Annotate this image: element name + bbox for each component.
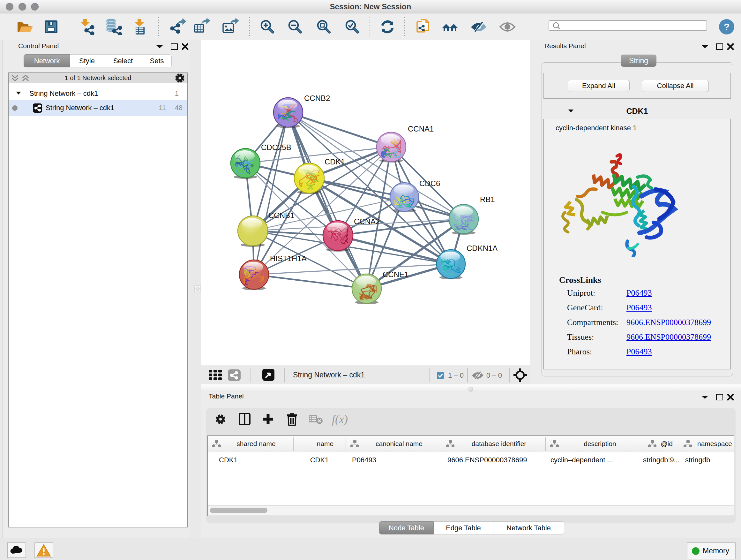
svg-text:CCNA2: CCNA2 xyxy=(354,217,380,226)
svg-text:RB1: RB1 xyxy=(480,195,495,204)
svg-text:CDKN1A: CDKN1A xyxy=(467,244,497,253)
svg-text:CDC25B: CDC25B xyxy=(261,143,291,152)
svg-text:CCNB2: CCNB2 xyxy=(304,94,330,103)
svg-text:CDC6: CDC6 xyxy=(419,179,440,188)
svg-text:CDK1: CDK1 xyxy=(325,158,345,166)
svg-text:HIST1H1A: HIST1H1A xyxy=(270,254,307,263)
svg-text:CCNE1: CCNE1 xyxy=(383,270,408,279)
svg-text:CCNB1: CCNB1 xyxy=(268,211,294,220)
svg-text:CCNA1: CCNA1 xyxy=(408,125,434,133)
svg-text:?: ? xyxy=(724,21,730,32)
